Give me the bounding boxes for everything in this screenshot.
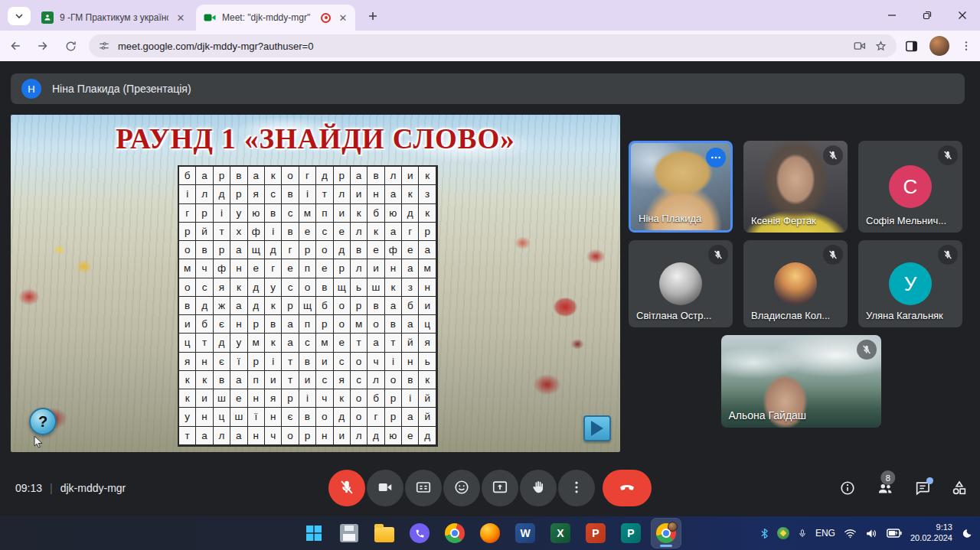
grid-cell: а — [196, 427, 213, 445]
back-button[interactable] — [3, 34, 28, 58]
grid-cell: о — [179, 278, 196, 297]
tab-close-button[interactable]: ✕ — [337, 11, 349, 24]
grid-cell: е — [402, 241, 419, 259]
address-bar[interactable]: meet.google.com/djk-mddy-mgr?authuser=0 — [89, 34, 897, 57]
windows-taskbar: WXPP ENG 9:13 20.02.2024 — [0, 516, 980, 550]
taskbar-chrome[interactable] — [440, 519, 469, 548]
grid-cell: к — [334, 389, 351, 408]
participant-tile[interactable]: УУляна Кагальняк — [858, 240, 962, 327]
taskbar-chrome-active[interactable] — [652, 519, 681, 548]
grid-cell: ч — [196, 259, 213, 278]
tray-app-icon[interactable] — [777, 527, 789, 539]
taskbar-clock[interactable]: 9:13 20.02.2024 — [910, 522, 952, 544]
window-restore-button[interactable] — [910, 0, 945, 31]
tab-search-button[interactable] — [8, 7, 31, 25]
avatar-letter: С — [903, 175, 918, 199]
reactions-button[interactable] — [443, 470, 480, 506]
language-indicator[interactable]: ENG — [815, 528, 835, 539]
reload-button[interactable] — [58, 34, 83, 58]
end-call-button[interactable] — [603, 470, 652, 506]
shared-presentation[interactable]: РАУНД 1 «ЗНАЙДИ СЛОВО» барвакогдравликіл… — [11, 115, 620, 452]
raise-hand-button[interactable] — [520, 470, 557, 506]
present-button[interactable] — [482, 470, 518, 506]
grid-cell: б — [196, 315, 213, 334]
browser-profile-avatar[interactable] — [929, 36, 949, 56]
grid-cell: и — [419, 297, 436, 315]
grid-cell: я — [214, 278, 230, 297]
grid-cell: п — [316, 204, 333, 223]
taskbar-viber[interactable] — [405, 519, 434, 548]
participant-tile[interactable]: ССофія Мельнич... — [858, 141, 962, 233]
browser-menu-icon[interactable] — [960, 40, 972, 52]
grid-cell: о — [179, 241, 196, 259]
night-light-icon[interactable] — [961, 528, 972, 539]
mic-off-icon — [857, 340, 877, 360]
taskbar-floppy-app[interactable] — [335, 519, 364, 548]
new-tab-button[interactable] — [364, 8, 381, 24]
grid-cell: ш — [214, 389, 230, 408]
taskbar-word[interactable]: W — [511, 519, 540, 548]
participant-tile[interactable]: Альона Гайдаш — [721, 335, 881, 428]
taskbar-publisher[interactable]: P — [616, 519, 645, 548]
battery-icon[interactable] — [887, 529, 902, 538]
more-options-button[interactable] — [558, 470, 595, 506]
side-panel-icon[interactable] — [904, 39, 919, 54]
bluetooth-icon[interactable] — [760, 528, 769, 539]
bookmark-star-icon[interactable] — [874, 40, 887, 53]
info-button[interactable] — [839, 480, 856, 496]
grid-cell: в — [299, 408, 316, 426]
taskbar-powerpoint[interactable]: P — [581, 519, 610, 548]
grid-cell: р — [282, 389, 299, 408]
taskbar-file-explorer[interactable] — [370, 519, 399, 548]
participant-avatar: У — [889, 262, 932, 305]
window-close-button[interactable] — [945, 0, 980, 31]
end-call-icon — [618, 478, 636, 499]
taskbar-start-button[interactable] — [299, 519, 328, 548]
grid-cell: б — [368, 204, 384, 223]
grid-cell: т — [282, 371, 299, 389]
captions-button[interactable] — [405, 470, 442, 506]
url-text[interactable]: meet.google.com/djk-mddy-mgr?authuser=0 — [118, 41, 845, 52]
chat-button[interactable] — [914, 480, 931, 496]
activities-button[interactable] — [951, 480, 968, 496]
tab-title: 9 -ГМ Практикум з українсько — [60, 12, 168, 23]
tray-mic-icon[interactable] — [798, 528, 807, 539]
meeting-time: 09:13 — [15, 482, 42, 494]
grid-cell: і — [385, 353, 402, 371]
participant-tile[interactable]: Ксенія Фертак — [743, 141, 848, 233]
camera-button[interactable] — [367, 470, 403, 506]
grid-cell: г — [265, 259, 282, 278]
tab-meet[interactable]: Meet: "djk-mddy-mgr" ✕ — [196, 5, 355, 31]
grid-cell: в — [282, 185, 299, 203]
mic-off-icon — [338, 479, 355, 498]
participants-panel: Ніна ПлакидаКсенія ФертакССофія Мельнич.… — [629, 141, 973, 435]
people-button[interactable]: 8 — [876, 480, 894, 496]
divider: | — [50, 482, 53, 494]
tab-capture-icon[interactable] — [853, 39, 867, 53]
tab-classroom[interactable]: 9 -ГМ Практикум з українсько ✕ — [34, 5, 193, 31]
grid-cell: г — [282, 241, 299, 259]
screen: 9 -ГМ Практикум з українсько ✕ Meet: "dj… — [0, 0, 980, 550]
viber-icon — [410, 523, 430, 543]
participant-tile[interactable]: Світлана Остр... — [629, 240, 733, 327]
participant-tile[interactable]: Ніна Плакида — [629, 141, 733, 233]
tab-close-button[interactable]: ✕ — [175, 11, 187, 24]
grid-cell: д — [214, 185, 230, 203]
grid-cell: и — [334, 427, 351, 445]
meeting-info: 09:13 | djk-mddy-mgr — [15, 482, 126, 494]
forward-button[interactable] — [31, 34, 55, 58]
participant-avatar — [774, 262, 817, 305]
tile-options-button[interactable] — [706, 148, 726, 168]
grid-cell: ч — [316, 389, 333, 408]
participant-tile[interactable]: Владислав Кол... — [743, 240, 848, 327]
taskbar-firefox[interactable] — [475, 519, 505, 548]
grid-cell: в — [282, 223, 299, 241]
site-settings-icon[interactable] — [98, 40, 110, 52]
taskbar-excel[interactable]: X — [546, 519, 575, 548]
grid-cell: р — [282, 297, 299, 315]
wifi-icon[interactable] — [844, 529, 857, 539]
grid-cell: а — [351, 167, 368, 185]
mic-off-button[interactable] — [328, 470, 365, 506]
window-minimize-button[interactable] — [874, 0, 910, 31]
volume-icon[interactable] — [865, 529, 878, 539]
